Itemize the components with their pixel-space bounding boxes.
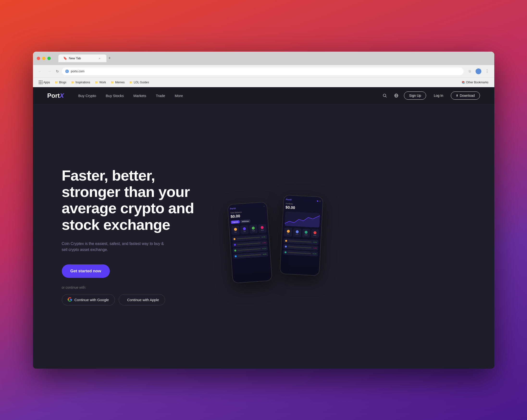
bookmark-lol-guides-label: LOL Guides <box>134 81 149 84</box>
svg-text:G: G <box>66 70 68 73</box>
phone-withdraw-btn: Withdraw <box>240 219 250 223</box>
address-bar-actions: ☆ ⋮ <box>466 68 491 75</box>
phone-grid-right-1: BTC <box>284 228 292 237</box>
folder-icon: 📁 <box>111 81 114 84</box>
url-text: portx.com <box>71 69 460 73</box>
phone-grid-icon-1 <box>234 228 237 231</box>
get-started-button[interactable]: Get started now <box>62 264 110 278</box>
phone-grid-icon-4 <box>261 226 264 229</box>
phone-feature-grid: Buy Sell Trade <box>231 224 266 235</box>
signup-button[interactable]: Sign Up <box>404 91 426 100</box>
phone-grid-item-2: Sell <box>240 225 249 234</box>
bookmark-memes[interactable]: 📁 Memes <box>109 80 126 85</box>
phone-grid-icon-3 <box>252 226 255 230</box>
google-icon <box>68 297 72 302</box>
reload-button[interactable]: ↻ <box>56 69 59 73</box>
maximize-button[interactable] <box>47 57 51 60</box>
hero-subtitle: Coin Cryptex is the easiest, safest, and… <box>62 241 167 253</box>
phone-list-right-1: +3.1% <box>284 238 319 245</box>
social-buttons: Continue with Google Continue with Apple <box>62 294 211 305</box>
apps-grid-icon <box>39 80 43 84</box>
hero-title: Faster, better, stronger than your avera… <box>62 167 211 233</box>
continue-with-text: or continue with: <box>62 286 211 289</box>
nav-right: Sign Up Log In ⬇ Download <box>381 91 480 100</box>
folder-icon: 📁 <box>71 81 75 84</box>
phone-logo-port: Port <box>230 207 234 210</box>
nav-buy-stocks[interactable]: Buy Stocks <box>106 94 124 98</box>
site-nav: PortX Buy Crypto Buy Stocks Markets Trad… <box>33 87 494 105</box>
folder-icon: 📁 <box>55 81 58 84</box>
bookmark-other[interactable]: 📚 Other Bookmarks <box>460 80 490 85</box>
phone-list-dot-3 <box>234 249 236 252</box>
phone-mockup-left: PortX ⋯ Total Balance $0.00 Deposit With… <box>227 202 272 283</box>
phone-grid-right-4: AVAX <box>311 229 319 238</box>
tab-title: New Tab <box>69 56 96 60</box>
google-button-label: Continue with Google <box>75 298 109 302</box>
address-bar[interactable]: G portx.com <box>62 67 463 75</box>
phone-grid-right: BTC ETH USDT <box>284 228 319 238</box>
phone-chart <box>284 211 320 228</box>
title-bar: 🔖 New Tab × + <box>33 52 494 65</box>
browser-menu-button[interactable]: ⋮ <box>484 68 491 75</box>
forward-button[interactable]: → <box>46 68 53 75</box>
profile-avatar[interactable] <box>475 68 482 75</box>
tab-close-button[interactable]: × <box>98 56 102 60</box>
other-bookmarks-label: Other Bookmarks <box>466 81 488 84</box>
google-signin-button[interactable]: Continue with Google <box>62 294 115 305</box>
bookmark-memes-label: Memes <box>115 81 124 84</box>
login-button[interactable]: Log In <box>430 92 447 99</box>
bookmark-blogs-label: Blogs <box>59 81 66 84</box>
phone-logo-right: PortX <box>286 198 292 201</box>
traffic-lights <box>37 57 51 60</box>
phone-list-right-2: -0.5% <box>283 244 318 251</box>
download-icon: ⬇ <box>456 94 458 97</box>
bookmark-inspirations[interactable]: 📁 Inspirations <box>69 80 92 85</box>
phone-logo-x: X <box>234 207 236 209</box>
search-icon-button[interactable] <box>381 92 389 99</box>
apple-signin-button[interactable]: Continue with Apple <box>119 294 165 305</box>
phone-grid-right-3: USDT <box>302 229 310 238</box>
phone-screen-left: PortX ⋯ Total Balance $0.00 Deposit With… <box>228 202 272 283</box>
logo-x-text: X <box>60 92 64 99</box>
nav-buy-crypto[interactable]: Buy Crypto <box>78 94 96 98</box>
new-tab-button[interactable]: + <box>108 56 111 61</box>
phone-list-dot-4 <box>235 255 237 257</box>
download-button[interactable]: ⬇ Download <box>451 91 480 100</box>
close-button[interactable] <box>37 57 40 60</box>
phone-deposit-btn: Deposit <box>231 220 240 224</box>
phone-grid-icon-2 <box>243 227 246 230</box>
site-nav-links: Buy Crypto Buy Stocks Markets Trade More <box>78 94 183 98</box>
globe-icon-button[interactable] <box>392 92 400 99</box>
nav-more[interactable]: More <box>175 94 183 98</box>
phone-logo: PortX <box>230 207 236 210</box>
favicon: G <box>65 69 69 73</box>
browser-window: 🔖 New Tab × + ← → ↻ G portx.com <box>33 52 494 369</box>
bookmark-lol-guides[interactable]: 📁 LOL Guides <box>127 80 151 85</box>
hero-section: Faster, better, stronger than your avera… <box>33 105 494 369</box>
phone-grid-item-3: Trade <box>249 224 258 233</box>
phone-menu-dots: ⋯ <box>263 205 265 207</box>
bookmark-inspirations-label: Inspirations <box>76 81 90 84</box>
bookmark-apps[interactable]: Apps <box>37 79 52 85</box>
address-bar-row: ← → ↻ G portx.com ☆ ⋮ <box>33 65 494 77</box>
bookmark-apps-label: Apps <box>44 81 50 84</box>
svg-line-3 <box>385 96 386 97</box>
phone-list-dot-1 <box>233 238 235 240</box>
nav-markets[interactable]: Markets <box>133 94 146 98</box>
bookmark-blogs[interactable]: 📁 Blogs <box>53 80 68 85</box>
minimize-button[interactable] <box>42 57 45 60</box>
phone-list-right-3: +0.1% <box>283 250 318 257</box>
hero-phones: PortX ⋯ Total Balance $0.00 Deposit With… <box>230 191 321 282</box>
bookmarks-icon: 📚 <box>462 81 465 84</box>
download-label: Download <box>460 94 475 97</box>
phone-list-dot-2 <box>234 244 236 246</box>
phone-grid-item-4: More <box>258 224 266 233</box>
back-button[interactable]: ← <box>37 68 44 75</box>
bookmark-work[interactable]: 📁 Work <box>93 80 108 85</box>
bookmark-button[interactable]: ☆ <box>466 68 473 75</box>
site-logo: PortX <box>47 92 64 99</box>
browser-chrome: 🔖 New Tab × + ← → ↻ G portx.com <box>33 52 494 87</box>
nav-trade[interactable]: Trade <box>156 94 165 98</box>
active-tab[interactable]: 🔖 New Tab × <box>58 54 107 62</box>
logo-port-text: Port <box>47 92 60 99</box>
